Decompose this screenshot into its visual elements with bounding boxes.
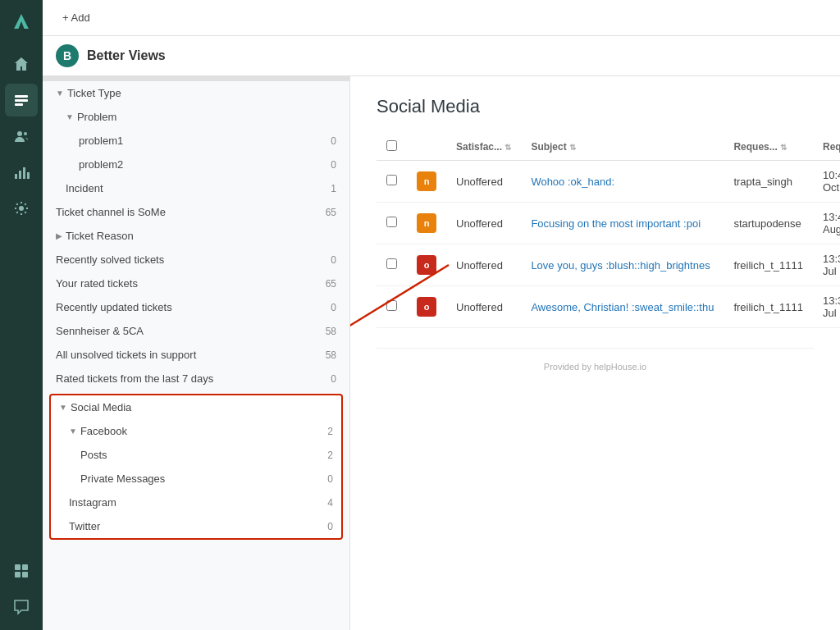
- svg-rect-2: [15, 103, 23, 106]
- problem2-item[interactable]: problem2 0: [43, 153, 349, 176]
- rated-last7-count: 0: [320, 373, 336, 385]
- posts-count: 2: [317, 450, 333, 461]
- row2-subject[interactable]: Focusing on the most important :poi: [521, 203, 724, 244]
- rated-last7-item[interactable]: Rated tickets from the last 7 days 0: [43, 367, 349, 390]
- avatar-header: [407, 134, 446, 161]
- requester-sort-icon: ⇅: [780, 143, 787, 152]
- nav-reports[interactable]: [5, 156, 38, 189]
- row3-requested-at: 13:34 15 Jul: [813, 244, 840, 286]
- row1-avatar: n: [417, 171, 436, 191]
- svg-rect-5: [15, 174, 17, 179]
- add-button[interactable]: + Add: [56, 8, 97, 27]
- sennheiser-item[interactable]: Sennheiser & 5CA 58: [43, 319, 349, 343]
- incident-item[interactable]: Incident 1: [43, 176, 349, 200]
- requested-at-header[interactable]: Reques... ⇅: [813, 134, 840, 161]
- problem-label: Problem: [77, 111, 336, 123]
- table-row[interactable]: n Unoffered Wohoo :ok_hand: trapta_singh…: [377, 161, 840, 203]
- better-views-title: Better Views: [87, 48, 166, 63]
- row1-requester: trapta_singh: [724, 161, 813, 203]
- rated-tickets-item[interactable]: Your rated tickets 65: [43, 272, 349, 295]
- footer-credit: Provided by helpHouse.io: [377, 348, 814, 372]
- svg-rect-10: [15, 564, 21, 570]
- row4-avatar-cell: o: [407, 286, 446, 328]
- posts-item[interactable]: Posts 2: [51, 443, 341, 467]
- ticket-channel-label: Ticket channel is SoMe: [56, 206, 320, 218]
- panel-title: Social Media: [377, 96, 814, 117]
- nav-home[interactable]: [5, 48, 38, 80]
- recently-updated-item[interactable]: Recently updated tickets 0: [43, 295, 349, 319]
- ticket-channel-item[interactable]: Ticket channel is SoMe 65: [43, 200, 349, 224]
- row2-requested-at: 13:46 29 Aug: [813, 203, 840, 244]
- sennheiser-count: 58: [320, 326, 336, 337]
- requester-header[interactable]: Reques... ⇅: [724, 134, 813, 161]
- problem-toggle[interactable]: ▼ Problem: [43, 105, 349, 129]
- ticket-type-label: Ticket Type: [67, 87, 336, 99]
- select-all-header[interactable]: [377, 134, 407, 161]
- facebook-collapse-icon: ▼: [69, 427, 77, 436]
- row1-checkbox-cell[interactable]: [377, 161, 407, 203]
- social-media-label: Social Media: [71, 401, 333, 413]
- svg-rect-7: [23, 167, 25, 179]
- row2-avatar: n: [417, 213, 436, 233]
- problem2-count: 0: [320, 159, 336, 171]
- svg-rect-12: [15, 572, 21, 578]
- row1-checkbox[interactable]: [386, 175, 397, 185]
- table-row[interactable]: o Unoffered Awesome, Christian! :sweat_s…: [377, 286, 840, 328]
- row3-subject[interactable]: Love you, guys :blush::high_brightnes: [521, 244, 724, 286]
- select-all-checkbox[interactable]: [386, 140, 397, 151]
- ticket-type-toggle[interactable]: ▼ Ticket Type: [43, 81, 349, 105]
- row1-subject[interactable]: Wohoo :ok_hand:: [521, 161, 724, 203]
- sennheiser-label: Sennheiser & 5CA: [56, 325, 320, 337]
- twitter-label: Twitter: [69, 520, 317, 532]
- row4-avatar: o: [417, 297, 436, 317]
- twitter-count: 0: [317, 521, 333, 532]
- recently-solved-item[interactable]: Recently solved tickets 0: [43, 248, 349, 272]
- row4-checkbox[interactable]: [386, 300, 397, 311]
- subject-header[interactable]: Subject ⇅: [521, 134, 724, 161]
- private-messages-label: Private Messages: [80, 472, 317, 485]
- row2-satisfaction: Unoffered: [446, 203, 521, 244]
- ticket-reason-label: Ticket Reason: [66, 230, 336, 242]
- better-views-icon: B: [56, 44, 79, 67]
- row1-avatar-cell: n: [407, 161, 446, 203]
- svg-rect-13: [22, 572, 28, 578]
- row3-avatar-cell: o: [407, 244, 446, 286]
- row4-checkbox-cell[interactable]: [377, 286, 407, 328]
- svg-rect-6: [19, 171, 21, 179]
- table-row[interactable]: n Unoffered Focusing on the most importa…: [377, 203, 840, 244]
- instagram-item[interactable]: Instagram 4: [51, 491, 341, 514]
- row1-satisfaction: Unoffered: [446, 161, 521, 203]
- nav-tickets[interactable]: [5, 84, 38, 116]
- nav-users[interactable]: [5, 120, 38, 153]
- svg-rect-0: [15, 95, 28, 98]
- table-row[interactable]: o Unoffered Love you, guys :blush::high_…: [377, 244, 840, 286]
- rated-tickets-count: 65: [320, 278, 336, 290]
- views-panel: ▼ Ticket Type ▼ Problem problem1 0 probl…: [43, 76, 350, 630]
- nav-chat[interactable]: [5, 591, 38, 623]
- row2-checkbox[interactable]: [386, 217, 397, 227]
- row4-requested-at: 13:34 15 Jul: [813, 286, 840, 328]
- twitter-item[interactable]: Twitter 0: [51, 514, 341, 538]
- row4-subject[interactable]: Awesome, Christian! :sweat_smile::thu: [521, 286, 724, 328]
- row3-checkbox-cell[interactable]: [377, 244, 407, 286]
- ticket-reason-item[interactable]: ▶ Ticket Reason: [43, 224, 349, 248]
- svg-rect-8: [27, 172, 30, 179]
- private-messages-item[interactable]: Private Messages 0: [51, 467, 341, 491]
- svg-rect-11: [22, 564, 28, 570]
- svg-point-4: [24, 132, 27, 135]
- problem2-label: problem2: [79, 158, 320, 171]
- social-media-toggle[interactable]: ▼ Social Media: [51, 395, 341, 419]
- unsolved-tickets-item[interactable]: All unsolved tickets in support 58: [43, 343, 349, 367]
- facebook-toggle[interactable]: ▼ Facebook 2: [51, 419, 341, 443]
- private-messages-count: 0: [317, 473, 333, 485]
- nav-settings[interactable]: [5, 192, 38, 225]
- social-media-collapse-icon: ▼: [59, 403, 67, 412]
- row2-requester: startupodense: [724, 203, 813, 244]
- nav-apps[interactable]: [5, 555, 38, 587]
- problem1-item[interactable]: problem1 0: [43, 129, 349, 153]
- problem1-label: problem1: [79, 135, 320, 147]
- row3-checkbox[interactable]: [386, 258, 397, 269]
- posts-label: Posts: [80, 449, 317, 461]
- satisfaction-header[interactable]: Satisfac... ⇅: [446, 134, 521, 161]
- row2-checkbox-cell[interactable]: [377, 203, 407, 244]
